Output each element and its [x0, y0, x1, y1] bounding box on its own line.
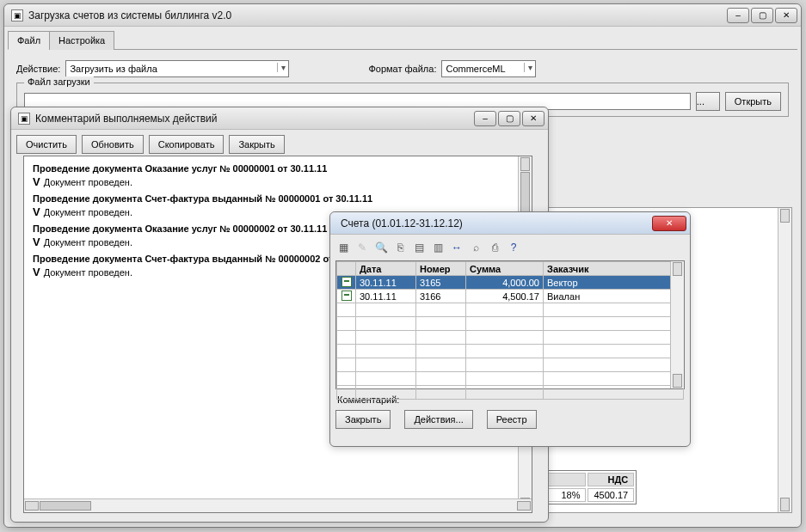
format-value: CommerceML — [446, 64, 505, 74]
accounts-title: Счета (01.01.12-31.12.12) — [337, 217, 652, 229]
summary-val-rate: 18% — [546, 488, 586, 502]
col-number[interactable]: Номер — [416, 262, 466, 276]
table-row-empty[interactable] — [337, 317, 684, 331]
row-doc-icon — [337, 276, 356, 290]
log-maximize-button[interactable]: ▢ — [498, 111, 520, 126]
browse-button[interactable]: ... — [696, 92, 720, 111]
cell-number: 3166 — [416, 290, 466, 303]
close-button[interactable]: ✕ — [775, 8, 797, 23]
action-value: Загрузить из файла — [70, 64, 157, 74]
accounts-registry-button[interactable]: Реестр — [487, 410, 537, 429]
accounts-window: Счета (01.01.12-31.12.12) ✕ ▦ ✎ 🔍 ⎘ ▤ ▥ … — [329, 211, 691, 447]
log-entry-body: VДокумент проведен. — [33, 175, 523, 188]
log-entry-head: Проведение документа Счет-фактура выданн… — [33, 193, 523, 204]
summary-col-rate — [546, 473, 586, 486]
edit-record-icon[interactable]: ✎ — [354, 240, 370, 255]
cell-sum: 4,500.17 — [466, 290, 544, 303]
accounts-scroll-v[interactable] — [670, 261, 684, 388]
help-icon[interactable]: ? — [506, 240, 521, 255]
new-record-icon[interactable]: ▦ — [335, 240, 351, 255]
check-icon: V — [33, 266, 40, 278]
filter-icon[interactable]: ▥ — [430, 240, 446, 255]
col-sum[interactable]: Сумма — [466, 262, 544, 276]
check-icon: V — [33, 235, 40, 248]
table-row-empty[interactable] — [337, 345, 684, 358]
log-minimize-button[interactable]: – — [474, 111, 496, 126]
tab-file[interactable]: Файл — [8, 31, 50, 50]
mark-icon[interactable]: ▤ — [411, 240, 427, 255]
table-row[interactable]: 30.11.1131654,000.00Вектор — [337, 276, 684, 290]
table-row[interactable]: 30.11.1131664,500.17Виалан — [337, 290, 684, 303]
log-copy-button[interactable]: Скопировать — [149, 135, 225, 154]
main-tabs: Файл Настройка — [8, 30, 797, 50]
summary-val-nds: 4500.17 — [588, 488, 634, 502]
log-close-button[interactable]: ✕ — [522, 111, 545, 126]
accounts-bottom-buttons: Закрыть Действия... Реестр — [335, 408, 685, 429]
log-entry: Проведение документа Оказание услуг № 00… — [33, 163, 523, 188]
accounts-close-button[interactable]: Закрыть — [335, 410, 391, 429]
copy-record-icon[interactable]: ⎘ — [392, 240, 408, 255]
log-refresh-button[interactable]: Обновить — [82, 135, 144, 154]
cell-date: 30.11.11 — [356, 290, 416, 303]
file-load-legend: Файл загрузки — [24, 76, 94, 87]
accounts-titlebar[interactable]: Счета (01.01.12-31.12.12) ✕ — [330, 212, 690, 235]
cell-sum: 4,000.00 — [466, 276, 544, 290]
main-window-title: Загрузка счетов из системы биллинга v2.0 — [28, 9, 727, 21]
log-titlebar[interactable]: ▣ Комментарий выполняемых действий – ▢ ✕ — [11, 107, 548, 130]
results-scroll-v[interactable] — [778, 208, 791, 512]
open-button[interactable]: Открыть — [725, 92, 781, 111]
log-toolbar: Очистить Обновить Скопировать Закрыть — [11, 130, 548, 159]
cell-date: 30.11.11 — [356, 276, 416, 290]
cell-number: 3165 — [416, 276, 466, 290]
find-icon[interactable]: ⌕ — [468, 240, 483, 255]
row-doc-icon — [337, 290, 356, 303]
check-icon: V — [33, 175, 40, 188]
format-combo[interactable]: CommerceML — [441, 60, 536, 77]
print-icon[interactable]: ⎙ — [487, 240, 502, 255]
minimize-button[interactable]: – — [727, 8, 749, 23]
accounts-close-x[interactable]: ✕ — [652, 216, 686, 231]
summary-col-nds: НДС — [588, 473, 634, 486]
accounts-actions-button[interactable]: Действия... — [404, 410, 472, 429]
table-row-empty[interactable] — [337, 372, 684, 386]
log-close2-button[interactable]: Закрыть — [229, 135, 284, 154]
log-entry-head: Проведение документа Оказание услуг № 00… — [33, 163, 523, 174]
range-icon[interactable]: ↔ — [449, 240, 465, 255]
tab-settings[interactable]: Настройка — [49, 31, 114, 50]
maximize-button[interactable]: ▢ — [751, 8, 773, 23]
col-icon[interactable] — [337, 262, 356, 276]
cell-customer: Виалан — [544, 290, 684, 303]
table-row-empty[interactable] — [337, 303, 684, 317]
log-clear-button[interactable]: Очистить — [16, 135, 77, 154]
table-row-empty[interactable] — [337, 358, 684, 372]
log-app-icon: ▣ — [18, 113, 30, 125]
log-scroll-h[interactable] — [24, 498, 532, 512]
main-titlebar[interactable]: ▣ Загрузка счетов из системы биллинга v2… — [4, 4, 801, 27]
cell-customer: Вектор — [544, 276, 684, 290]
col-date[interactable]: Дата — [356, 262, 416, 276]
action-label: Действие: — [16, 64, 60, 74]
log-title: Комментарий выполняемых действий — [35, 113, 474, 125]
format-label: Формат файла: — [368, 64, 436, 74]
check-icon: V — [33, 205, 40, 218]
accounts-toolbar: ▦ ✎ 🔍 ⎘ ▤ ▥ ↔ ⌕ ⎙ ? — [335, 238, 685, 260]
action-combo[interactable]: Загрузить из файла — [65, 60, 289, 77]
table-row-empty[interactable] — [337, 331, 684, 345]
table-row-empty[interactable] — [337, 386, 684, 400]
col-customer[interactable]: Заказчик — [544, 262, 684, 276]
app-icon: ▣ — [11, 9, 23, 21]
accounts-grid[interactable]: Дата Номер Сумма Заказчик 30.11.1131654,… — [335, 260, 685, 389]
view-record-icon[interactable]: 🔍 — [373, 240, 389, 255]
